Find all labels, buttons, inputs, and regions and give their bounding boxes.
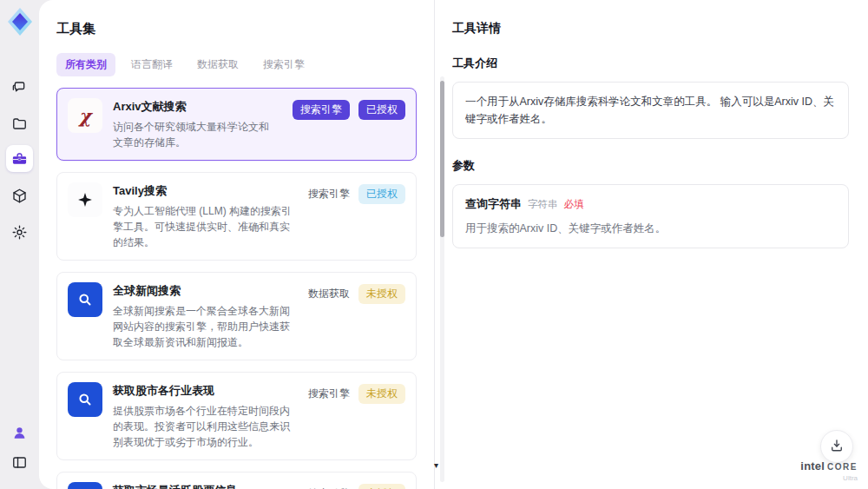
param-description: 用于搜索的Arxiv ID、关键字或作者姓名。 — [465, 220, 836, 237]
param-name: 查询字符串 — [465, 195, 522, 214]
intel-wordmark: intel — [800, 459, 825, 472]
tool-card[interactable]: 获取市场最活跃股票信息提供当天交易量最高的股票列表。投资者可以利用这些信息来识别… — [56, 472, 417, 489]
search-app-icon — [68, 382, 102, 417]
scrollbar-thumb[interactable] — [440, 81, 444, 237]
core-wordmark: CORE — [827, 462, 858, 472]
ultra-wordmark: Ultra — [800, 474, 858, 482]
tool-card[interactable]: χArxiv文献搜索访问各个研究领域大量科学论文和文章的存储库。搜索引擎已授权 — [56, 88, 417, 161]
tavily-star-icon — [68, 182, 102, 217]
status-badge: 未授权 — [358, 284, 405, 304]
sidebar — [0, 0, 39, 489]
scroll-down-caret-icon: ▾ — [434, 460, 438, 470]
tab-2[interactable]: 数据获取 — [188, 53, 247, 76]
sidebar-item-panel-toggle[interactable] — [6, 449, 33, 476]
search-app-icon — [68, 482, 102, 489]
tab-1[interactable]: 语言翻译 — [122, 53, 181, 76]
gear-icon — [11, 224, 28, 241]
sidebar-item-settings[interactable] — [6, 219, 33, 246]
tool-detail-pane: 工具详情 工具介绍 一个用于从Arxiv存储库搜索科学论文和文章的工具。 输入可… — [452, 0, 849, 489]
app-logo[interactable] — [7, 7, 33, 36]
chat-icon — [11, 79, 28, 96]
tool-card-meta: 搜索引擎未授权 — [308, 484, 405, 489]
status-badge: 已授权 — [358, 100, 405, 120]
list-scrollbar[interactable] — [440, 76, 444, 482]
tool-card-meta: 数据获取未授权 — [308, 284, 405, 304]
param-required-flag: 必填 — [564, 196, 584, 212]
arxiv-chi-glyph: χ — [79, 107, 91, 125]
tool-name: Tavily搜索 — [113, 183, 294, 199]
tool-description: 全球新闻搜索是一个聚合全球各大新闻网站内容的搜索引擎，帮助用户快速获取全球最新资… — [113, 303, 294, 350]
tool-card[interactable]: 获取股市各行业表现提供股票市场各个行业在特定时间段内的表现。投资者可以利用这些信… — [56, 372, 417, 460]
sidebar-item-cube[interactable] — [6, 182, 33, 209]
search-app-icon — [68, 282, 102, 317]
tool-card-body: Arxiv文献搜索访问各个研究领域大量科学论文和文章的存储库。 — [113, 98, 282, 150]
param-header: 查询字符串 字符串 必填 — [465, 195, 836, 214]
category-label: 搜索引擎 — [308, 387, 350, 401]
tool-name: 获取市场最活跃股票信息 — [113, 483, 294, 489]
sidebar-item-folder[interactable] — [6, 110, 33, 137]
tool-intro-text: 一个用于从Arxiv存储库搜索科学论文和文章的工具。 输入可以是Arxiv ID… — [452, 82, 849, 139]
sidebar-item-user[interactable] — [6, 420, 33, 446]
tool-card-body: Tavily搜索专为人工智能代理 (LLM) 构建的搜索引擎工具。可快速提供实时… — [113, 182, 298, 250]
tool-card-list: χArxiv文献搜索访问各个研究领域大量科学论文和文章的存储库。搜索引擎已授权T… — [56, 88, 417, 489]
sidebar-item-toolbox[interactable] — [6, 145, 33, 172]
main-surface: 工具集 所有类别语言翻译数据获取搜索引擎 χArxiv文献搜索访问各个研究领域大… — [39, 0, 868, 489]
tool-card[interactable]: Tavily搜索专为人工智能代理 (LLM) 构建的搜索引擎工具。可快速提供实时… — [56, 172, 417, 261]
intro-heading: 工具介绍 — [452, 36, 849, 71]
folder-icon — [11, 116, 28, 132]
status-badge: 未授权 — [358, 384, 405, 404]
detail-pane-title: 工具详情 — [452, 0, 849, 36]
tool-description: 专为人工智能代理 (LLM) 构建的搜索引擎工具。可快速提供实时、准确和真实的结… — [113, 203, 294, 250]
tab-0[interactable]: 所有类别 — [56, 53, 115, 76]
tool-list-pane: 工具集 所有类别语言翻译数据获取搜索引擎 χArxiv文献搜索访问各个研究领域大… — [56, 0, 434, 489]
tool-name: Arxiv文献搜索 — [113, 99, 279, 115]
download-icon — [829, 438, 845, 456]
tool-card-meta: 搜索引擎未授权 — [308, 384, 405, 404]
tool-description: 提供股票市场各个行业在特定时间段内的表现。投资者可以利用这些信息来识别表现优于或… — [113, 403, 294, 450]
sidebar-item-chat[interactable] — [6, 74, 33, 101]
intel-core-logo: intelCORE Ultra — [800, 458, 858, 482]
param-type: 字符串 — [528, 196, 558, 212]
tool-description: 访问各个研究领域大量科学论文和文章的存储库。 — [113, 119, 279, 150]
status-badge: 已授权 — [358, 184, 405, 204]
category-tabs: 所有类别语言翻译数据获取搜索引擎 — [56, 53, 434, 76]
app-window: 工具集 所有类别语言翻译数据获取搜索引擎 χArxiv文献搜索访问各个研究领域大… — [0, 0, 868, 489]
panel-toggle-icon — [11, 454, 28, 471]
category-label: 搜索引擎 — [308, 187, 350, 202]
category-label: 数据获取 — [308, 287, 350, 301]
user-icon — [11, 425, 28, 441]
tavily-star — [76, 191, 94, 208]
tool-card-meta: 搜索引擎已授权 — [293, 100, 405, 120]
arxiv-icon: χ — [68, 98, 102, 133]
param-card: 查询字符串 字符串 必填 用于搜索的Arxiv ID、关键字或作者姓名。 — [452, 184, 849, 248]
tool-name: 获取股市各行业表现 — [113, 383, 294, 399]
tool-card-body: 获取股市各行业表现提供股票市场各个行业在特定时间段内的表现。投资者可以利用这些信… — [113, 382, 298, 450]
status-badge: 未授权 — [358, 484, 405, 489]
category-badge: 搜索引擎 — [293, 100, 350, 120]
tool-card-body: 获取市场最活跃股票信息提供当天交易量最高的股票列表。投资者可以利用这些信息来识别… — [113, 482, 298, 489]
tool-card-meta: 搜索引擎已授权 — [308, 184, 405, 204]
pane-divider — [434, 0, 435, 489]
cube-icon — [11, 188, 28, 204]
tool-card-body: 全球新闻搜索全球新闻搜索是一个聚合全球各大新闻网站内容的搜索引擎，帮助用户快速获… — [113, 282, 298, 350]
toolbox-icon — [11, 150, 28, 167]
page-title: 工具集 — [56, 0, 434, 37]
params-heading: 参数 — [452, 139, 849, 174]
tool-name: 全球新闻搜索 — [113, 283, 294, 299]
tab-3[interactable]: 搜索引擎 — [254, 53, 313, 76]
tool-card[interactable]: 全球新闻搜索全球新闻搜索是一个聚合全球各大新闻网站内容的搜索引擎，帮助用户快速获… — [56, 272, 417, 360]
